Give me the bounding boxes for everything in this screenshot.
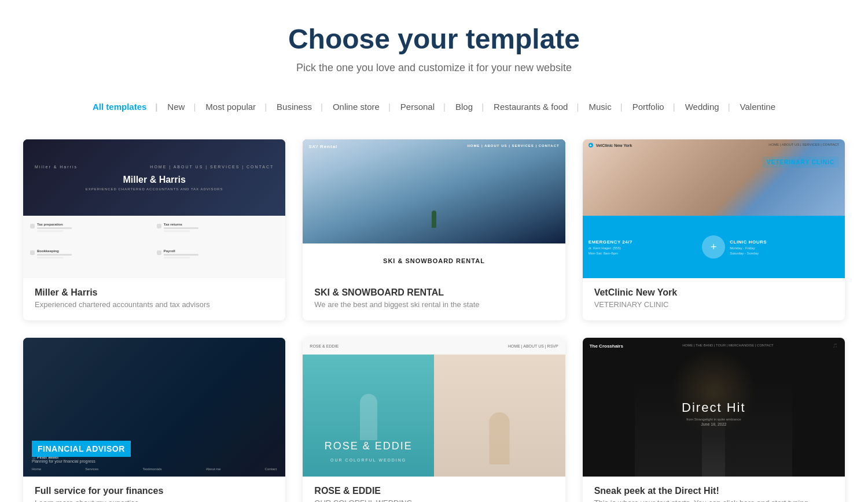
vet-plus-icon: +: [702, 235, 725, 259]
tab-new[interactable]: New: [157, 97, 195, 116]
vet-clinic-label: VETERINARY CLINIC: [767, 159, 834, 165]
template-subtitle-miller-harris: Experienced chartered accountants and ta…: [35, 300, 274, 309]
template-subtitle-vet-clinic: VETERINARY CLINIC: [594, 300, 833, 309]
tab-personal[interactable]: Personal: [390, 97, 445, 116]
page-subtitle: Pick the one you love and customize it f…: [23, 62, 845, 74]
template-thumbnail-financial-advisor: FINANCIAL ADVISOR Planning for your fina…: [23, 338, 285, 477]
template-card-direct-hit[interactable]: The Crosshairs HOME | THE BAND | TOUR | …: [583, 338, 845, 502]
template-info-rose-eddie: ROSE & EDDIE OUR COLORFUL WEDDING: [303, 477, 565, 502]
tab-portfolio[interactable]: Portfolio: [622, 97, 675, 116]
vet-hours-label: CLINIC HOURS: [730, 239, 839, 245]
template-title-miller-harris: Miller & Harris: [35, 287, 274, 298]
page-title: Choose your template: [23, 23, 845, 55]
template-title-ski-rental: SKI & SNOWBOARD RENTAL: [314, 287, 553, 298]
tab-blog[interactable]: Blog: [445, 97, 483, 116]
template-title-rose-eddie: ROSE & EDDIE: [314, 486, 553, 496]
tab-music[interactable]: Music: [578, 97, 621, 116]
music-date-label: June 18, 2022: [701, 422, 726, 426]
template-subtitle-direct-hit: This is where your text starts. You can …: [594, 499, 833, 502]
tab-valentine[interactable]: Valentine: [730, 97, 786, 116]
template-title-vet-clinic: VetClinic New York: [594, 287, 833, 298]
vet-emergency-label: EMERGENCY 24/7: [589, 239, 698, 245]
tab-all-templates[interactable]: All templates: [82, 97, 157, 116]
music-subtitle-label: from Strangelight in quite ambiance: [686, 418, 741, 421]
template-card-ski-rental[interactable]: SKI Rental HOME | ABOUT US | SERVICES | …: [303, 139, 565, 320]
page-header: Choose your template Pick the one you lo…: [23, 23, 845, 74]
template-thumbnail-vet-clinic: + VetClinic New York HOME | ABOUT US | S…: [583, 139, 845, 278]
template-thumbnail-rose-eddie: ROSE & EDDIE HOME | ABOUT US | RSVP ROSE…: [303, 338, 565, 477]
financial-badge-label: FINANCIAL ADVISOR: [32, 441, 131, 457]
template-info-financial-advisor: Full service for your finances Learn mor…: [23, 477, 285, 502]
template-title-financial-advisor: Full service for your finances: [35, 486, 274, 496]
template-title-direct-hit: Sneak peek at the Direct Hit!: [594, 486, 833, 496]
template-card-financial-advisor[interactable]: FINANCIAL ADVISOR Planning for your fina…: [23, 338, 285, 502]
wedding-couple-title: ROSE & EDDIE: [303, 440, 499, 452]
template-card-vet-clinic[interactable]: + VetClinic New York HOME | ABOUT US | S…: [583, 139, 845, 320]
page-wrapper: Choose your template Pick the one you lo…: [0, 0, 868, 502]
ski-template-title: SKI & SNOWBOARD RENTAL: [383, 257, 485, 264]
music-band-label: The Crosshairs: [590, 344, 623, 349]
tab-wedding[interactable]: Wedding: [675, 97, 730, 116]
tab-restaurants-food[interactable]: Restaurants & food: [483, 97, 578, 116]
wedding-brand-label: ROSE & EDDIE: [310, 344, 339, 348]
templates-grid: Miller & Harris HOME | ABOUT US | SERVIC…: [23, 139, 845, 502]
template-info-direct-hit: Sneak peek at the Direct Hit! This is wh…: [583, 477, 845, 502]
tab-business[interactable]: Business: [266, 97, 322, 116]
template-info-miller-harris: Miller & Harris Experienced chartered ac…: [23, 278, 285, 320]
template-card-rose-eddie[interactable]: ROSE & EDDIE HOME | ABOUT US | RSVP ROSE…: [303, 338, 565, 502]
template-subtitle-ski-rental: We are the best and biggest ski rental i…: [314, 300, 553, 309]
template-card-miller-harris[interactable]: Miller & Harris HOME | ABOUT US | SERVIC…: [23, 139, 285, 320]
template-info-vet-clinic: VetClinic New York VETERINARY CLINIC: [583, 278, 845, 320]
vet-name-label: VetClinic New York: [596, 143, 632, 147]
template-thumbnail-miller-harris: Miller & Harris HOME | ABOUT US | SERVIC…: [23, 139, 285, 278]
template-thumbnail-ski-rental: SKI Rental HOME | ABOUT US | SERVICES | …: [303, 139, 565, 278]
vet-emergency-phone: dr. Kerri Hager: (555): [589, 246, 698, 250]
template-subtitle-financial-advisor: Learn more about my expertise: [35, 499, 274, 502]
music-title-label: Direct Hit: [682, 400, 745, 415]
template-info-ski-rental: SKI & SNOWBOARD RENTAL We are the best a…: [303, 278, 565, 320]
financial-sub-label: Planning for your financial progress: [32, 459, 277, 463]
template-subtitle-rose-eddie: OUR COLORFUL WEDDING: [314, 499, 553, 502]
wedding-couple-subtitle: OUR COLORFUL WEDDING: [303, 458, 499, 462]
tab-most-popular[interactable]: Most popular: [195, 97, 266, 116]
tab-online-store[interactable]: Online store: [322, 97, 390, 116]
vet-cross-icon: +: [589, 143, 593, 147]
template-thumbnail-direct-hit: The Crosshairs HOME | THE BAND | TOUR | …: [583, 338, 845, 477]
category-nav: All templates New Most popular Business …: [23, 97, 845, 116]
